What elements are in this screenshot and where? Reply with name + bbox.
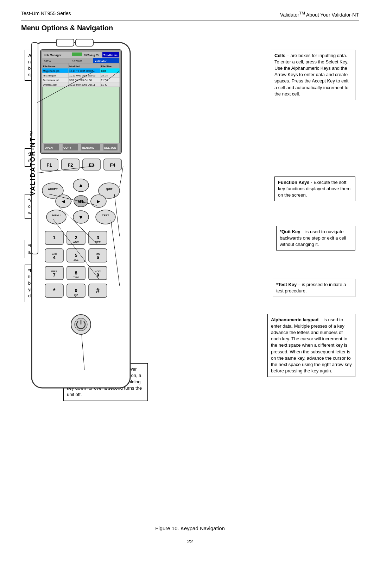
svg-text:▼: ▼ [78, 214, 84, 220]
annotation-test-key: *Test Key – is pressed to initiate a tes… [273, 279, 355, 297]
page-title: Menu Options & Navigation [21, 24, 359, 32]
header-right: ValidatorTM About Your Validator-NT [280, 11, 359, 18]
svg-text:13.17 Th 2005 Oct 05: 13.17 Th 2005 Oct 05 [69, 70, 93, 72]
svg-text:ACCPT: ACCPT [48, 187, 58, 191]
header-left: Test-Um NT955 Series [21, 11, 71, 16]
cells-text: – are boxes for inputting data. To enter… [274, 53, 348, 97]
svg-text:Technicolor.job: Technicolor.job [43, 79, 59, 82]
svg-text:#: # [96, 287, 100, 294]
svg-text:F1: F1 [46, 162, 52, 168]
annotation-quit-key: *Quit Key – is used to navigate backward… [276, 226, 355, 251]
svg-text:8: 8 [75, 270, 77, 276]
svg-text:4: 4 [53, 255, 56, 260]
svg-text:10.00 Mon 2005 Oct 11: 10.00 Mon 2005 Oct 11 [69, 83, 95, 86]
svg-point-79 [46, 210, 66, 224]
function-keys-title: Function Keys [278, 180, 310, 185]
svg-text:Job Manager: Job Manager [44, 54, 61, 57]
svg-text:6: 6 [96, 255, 99, 260]
figure-caption: Figure 10. Keypad Navigation [21, 525, 359, 531]
svg-text:Test-Um Inc.: Test-Um Inc. [103, 54, 118, 56]
svg-text:QZ: QZ [74, 293, 78, 297]
svg-text:13 K: 13 K [101, 70, 106, 72]
svg-point-81 [96, 210, 115, 224]
svg-text:0: 0 [75, 288, 77, 293]
svg-text:F4: F4 [110, 162, 115, 168]
svg-text:F3: F3 [89, 162, 94, 168]
svg-text:10.21 Wed 2005 Oct 06: 10.21 Wed 2005 Oct 06 [69, 74, 95, 77]
main-content: Arrow Keys – are used to navigate up, do… [21, 39, 359, 515]
page: Test-Um NT955 Series ValidatorTM About Y… [0, 0, 380, 588]
annotation-function-keys: Function Keys - Execute the soft key fun… [274, 177, 355, 202]
svg-text:25.1 K: 25.1 K [101, 74, 108, 77]
svg-text:MENU: MENU [52, 214, 61, 217]
svg-rect-1 [56, 39, 74, 46]
svg-text:Modified: Modified [69, 65, 80, 68]
svg-text:2005 Aug 25: 2005 Aug 25 [84, 54, 99, 57]
alpha-keypad-text: – is used to enter data. Multiple presse… [271, 317, 352, 374]
svg-text:Test-um.job: Test-um.job [43, 74, 56, 77]
svg-text:TEST: TEST [102, 214, 109, 217]
header-right-pre: Validator [280, 12, 299, 18]
svg-text:2: 2 [75, 235, 77, 240]
svg-rect-9 [72, 52, 82, 56]
svg-text:DEF: DEF [95, 241, 101, 244]
svg-text:COPY: COPY [63, 146, 71, 149]
svg-text:►: ► [96, 198, 101, 204]
svg-text:File Name: File Name [43, 65, 55, 68]
svg-text:10:53:01: 10:53:01 [72, 60, 82, 63]
header-tm: TM [299, 11, 305, 15]
svg-text:File Size: File Size [101, 65, 112, 68]
svg-rect-2 [76, 39, 93, 46]
annotation-alpha-keypad: Alphanumeric keypad – is used to enter d… [267, 314, 355, 377]
cells-title: Cells [274, 53, 285, 58]
test-key-title: *Test Key [276, 282, 297, 287]
svg-text:1: 1 [53, 235, 55, 240]
svg-text:ABC: ABC [73, 241, 79, 244]
svg-text:5.7 K: 5.7 K [101, 83, 107, 86]
svg-text:OPEN: OPEN [45, 146, 53, 149]
quit-key-title: *Quit Key [280, 229, 300, 234]
alpha-keypad-title: Alphanumeric keypad [271, 317, 318, 322]
page-header: Test-Um NT955 Series ValidatorTM About Y… [21, 11, 359, 20]
svg-text:RENAME: RENAME [82, 146, 94, 149]
svg-text:◄: ◄ [61, 198, 66, 204]
header-right-post: About Your Validator-NT [305, 12, 359, 18]
annotation-cells: Cells – are boxes for inputting data. To… [271, 50, 355, 100]
svg-text:Untitled1.job: Untitled1.job [43, 83, 57, 86]
svg-text:VALIDATOR-NT™: VALIDATOR-NT™ [29, 129, 36, 196]
svg-text:Magicworld.job: Magicworld.job [43, 70, 59, 73]
svg-text:QUIT: QUIT [106, 187, 112, 191]
svg-text:3: 3 [96, 235, 99, 240]
svg-text:DEL JOB: DEL JOB [104, 146, 116, 149]
svg-text:validator: validator [95, 60, 107, 63]
svg-text:5: 5 [75, 253, 77, 258]
svg-text:9.51 Fri 2005 Oct 08: 9.51 Fri 2005 Oct 08 [69, 79, 92, 81]
svg-text:▲: ▲ [78, 182, 84, 188]
page-number: 22 [21, 538, 359, 544]
device-diagram: VALIDATOR-NT™ Job Manager 2005 Aug 25 Te… [21, 39, 141, 434]
svg-text:100%: 100% [44, 60, 51, 63]
svg-text:TUV: TUV [73, 276, 79, 279]
svg-text:JKL: JKL [74, 258, 78, 261]
svg-text:7: 7 [53, 272, 55, 278]
svg-text:F2: F2 [68, 162, 73, 168]
svg-text:*: * [53, 287, 55, 294]
